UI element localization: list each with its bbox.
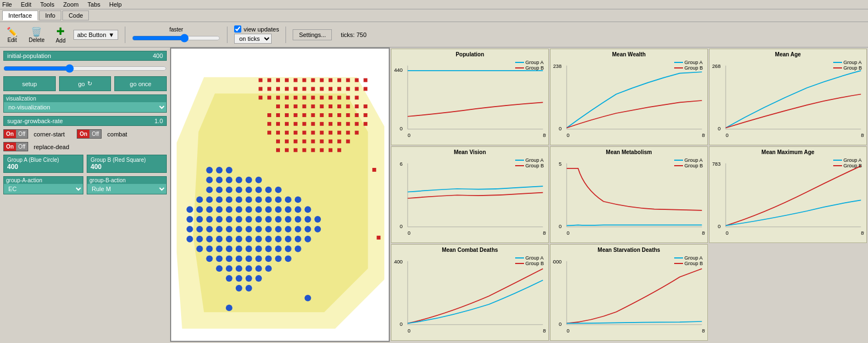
svg-rect-100: [320, 148, 324, 152]
delete-button[interactable]: 🗑️ Delete: [25, 25, 48, 44]
initial-population-slider[interactable]: [3, 64, 167, 73]
svg-rect-6: [294, 78, 298, 82]
edit-button[interactable]: ✏️ Edit: [3, 25, 21, 44]
speed-label: faster: [170, 27, 183, 33]
group-b-action-dropdown[interactable]: Rule M EC: [87, 184, 166, 194]
corner-start-toggle[interactable]: On Off: [3, 129, 28, 139]
view-updates-checkbox[interactable]: [234, 25, 241, 33]
svg-point-172: [305, 226, 311, 233]
menu-tools[interactable]: Tools: [40, 1, 55, 8]
svg-rect-25: [346, 87, 350, 91]
ticks-dropdown[interactable]: on ticks: [234, 34, 272, 44]
delete-label: Delete: [29, 37, 45, 43]
svg-point-212: [265, 265, 272, 272]
svg-rect-32: [294, 96, 298, 99]
menubar: File Edit Tools Zoom Tabs Help: [0, 0, 868, 9]
svg-text:895: 895: [543, 133, 546, 138]
chart-mean-vision-inner: Group A Group B 6 0 0 895: [394, 156, 546, 240]
widget-type-dropdown[interactable]: abc Button ▼: [73, 30, 118, 40]
replace-dead-label: replace-dead: [34, 144, 69, 150]
svg-text:3000: 3000: [553, 259, 562, 265]
svg-rect-18: [285, 87, 289, 91]
svg-point-205: [275, 255, 282, 262]
svg-text:0: 0: [559, 321, 562, 327]
svg-rect-10: [329, 78, 332, 82]
visualization-dropdown[interactable]: no-visualization: [4, 102, 166, 112]
svg-point-189: [216, 246, 223, 252]
svg-point-195: [275, 246, 282, 252]
group-b-action-label: group-B-action: [87, 177, 166, 184]
go-button[interactable]: go ↻: [59, 76, 112, 91]
svg-text:5: 5: [559, 161, 562, 167]
sugar-growback-control: sugar-growback-rate 1.0: [3, 116, 167, 126]
delete-icon: 🗑️: [31, 27, 42, 37]
menu-help[interactable]: Help: [109, 1, 122, 8]
svg-text:895: 895: [861, 133, 864, 138]
sugar-growback-value: 1.0: [155, 118, 163, 124]
menu-file[interactable]: File: [2, 1, 12, 8]
svg-rect-31: [285, 96, 289, 99]
svg-text:895: 895: [702, 230, 705, 236]
svg-rect-91: [320, 140, 324, 144]
menu-edit[interactable]: Edit: [21, 1, 31, 8]
tab-code[interactable]: Code: [62, 10, 89, 20]
svg-rect-80: [311, 131, 315, 135]
add-button[interactable]: ✚ Add: [52, 24, 69, 45]
go-once-button[interactable]: go once: [114, 76, 167, 91]
svg-point-128: [255, 196, 262, 203]
action-buttons-row: setup go ↻ go once: [3, 76, 167, 91]
svg-rect-53: [285, 113, 289, 117]
menu-zoom[interactable]: Zoom: [63, 1, 78, 8]
settings-button[interactable]: Settings...: [293, 29, 332, 40]
svg-rect-82: [329, 131, 332, 135]
svg-point-220: [226, 304, 232, 311]
svg-rect-23: [329, 87, 332, 91]
chart-mean-max-age-legend: Group A Group B: [833, 157, 862, 168]
svg-point-201: [236, 255, 242, 262]
svg-rect-87: [285, 140, 289, 144]
svg-text:0: 0: [718, 126, 721, 131]
chart-mean-vision-legend: Group A Group B: [515, 157, 544, 168]
svg-rect-83: [337, 131, 341, 135]
svg-text:895: 895: [543, 230, 546, 236]
svg-rect-104: [377, 236, 380, 240]
chart-mean-max-age-title: Mean Maximum Age: [712, 149, 864, 155]
svg-rect-84: [346, 131, 350, 135]
tab-info[interactable]: Info: [39, 10, 61, 20]
svg-rect-95: [276, 148, 280, 152]
svg-rect-65: [285, 122, 289, 126]
group-a-box: Group A (Blue Circle) 400: [3, 155, 83, 173]
svg-rect-60: [346, 113, 350, 117]
menu-tabs[interactable]: Tabs: [88, 1, 100, 8]
svg-rect-98: [303, 148, 306, 152]
svg-text:895: 895: [861, 230, 864, 236]
svg-point-141: [265, 206, 272, 213]
tab-interface[interactable]: Interface: [2, 10, 38, 20]
svg-point-140: [255, 206, 262, 213]
svg-point-176: [206, 236, 213, 242]
svg-rect-58: [329, 113, 332, 117]
initial-population-control: initial-population 400: [3, 51, 167, 61]
svg-point-173: [314, 226, 321, 233]
svg-rect-17: [276, 87, 280, 91]
svg-rect-78: [294, 131, 298, 135]
svg-rect-79: [303, 131, 306, 135]
charts-area: Population Group A Group B 440 0 0 895: [390, 48, 868, 342]
group-b-box: Group B (Red Square) 400: [87, 155, 167, 173]
svg-point-157: [295, 216, 301, 223]
replace-dead-toggle[interactable]: On Off: [3, 142, 28, 151]
combat-toggle[interactable]: On Off: [77, 129, 102, 139]
svg-text:0: 0: [567, 230, 569, 236]
svg-rect-13: [355, 78, 359, 82]
svg-point-188: [206, 246, 213, 252]
speed-slider[interactable]: [132, 34, 220, 43]
group-a-action-dropdown[interactable]: EC Rule M: [4, 184, 83, 194]
svg-rect-33: [303, 96, 306, 99]
svg-point-109: [216, 177, 223, 183]
toggle-row-1: On Off corner-start On Off combat: [3, 129, 167, 139]
svg-point-211: [255, 265, 262, 272]
svg-text:238: 238: [553, 64, 562, 69]
combat-label: combat: [107, 131, 127, 138]
setup-button[interactable]: setup: [3, 76, 56, 91]
svg-rect-19: [294, 87, 298, 91]
